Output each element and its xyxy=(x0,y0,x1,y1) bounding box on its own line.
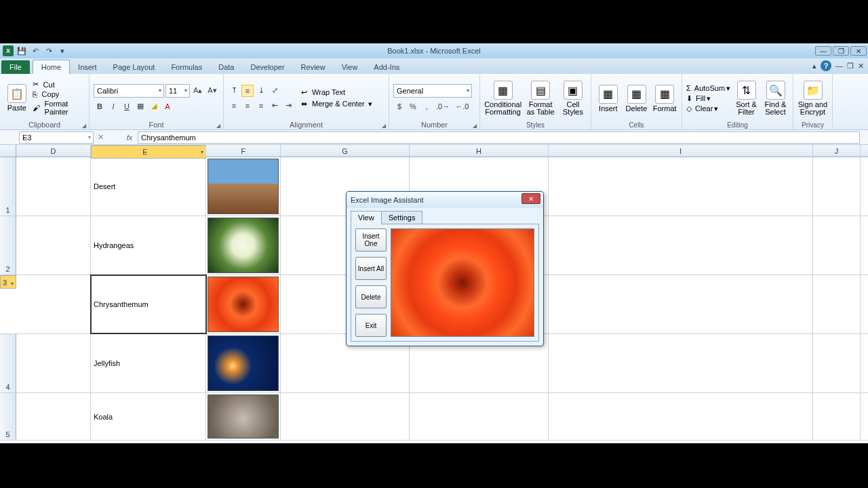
cell-I5[interactable] xyxy=(549,393,813,440)
wb-restore-icon[interactable]: ❐ xyxy=(847,62,854,70)
font-color-button[interactable]: A xyxy=(161,100,174,113)
cell-E5[interactable]: Koala xyxy=(91,393,206,440)
tab-home[interactable]: Home xyxy=(33,60,70,74)
cell-J2[interactable] xyxy=(813,216,861,274)
qat-more-icon[interactable]: ▾ xyxy=(56,45,68,57)
minimize-button[interactable]: — xyxy=(815,46,831,56)
tab-data[interactable]: Data xyxy=(210,60,242,74)
undo-icon[interactable]: ↶ xyxy=(29,45,41,57)
col-header-I[interactable]: I xyxy=(549,145,813,157)
cell-I2[interactable] xyxy=(549,216,813,274)
cell-D2[interactable] xyxy=(16,216,91,274)
format-as-table-button[interactable]: ▤Format as Table xyxy=(524,76,557,121)
cell-F5[interactable] xyxy=(206,393,281,440)
cell-F4[interactable] xyxy=(206,334,281,392)
save-icon[interactable]: 💾 xyxy=(16,45,28,57)
hydrangea-thumbnail[interactable] xyxy=(208,218,279,273)
col-header-E[interactable]: E xyxy=(91,145,206,159)
col-header-J[interactable]: J xyxy=(813,145,861,157)
conditional-formatting-button[interactable]: ▦Conditional Formatting xyxy=(484,76,521,121)
align-bottom-icon[interactable]: ⤓ xyxy=(255,85,267,97)
image-assistant-dialog[interactable]: Excel Image Assistant ✕ View Settings In… xyxy=(346,191,544,346)
orientation-icon[interactable]: ⤢ xyxy=(269,85,281,97)
wb-close-icon[interactable]: ✕ xyxy=(858,62,864,70)
row-header-2[interactable]: 2 xyxy=(0,216,16,274)
align-top-icon[interactable]: ⤒ xyxy=(228,85,240,97)
insert-all-button[interactable]: Insert All xyxy=(355,257,387,280)
desert-thumbnail[interactable] xyxy=(208,159,279,214)
cell-D5[interactable] xyxy=(16,393,91,440)
cell-I3[interactable] xyxy=(549,275,813,333)
copy-icon[interactable]: ⎘ xyxy=(33,90,37,98)
help-icon[interactable]: ? xyxy=(821,60,831,71)
dialog-titlebar[interactable]: Excel Image Assistant ✕ xyxy=(347,192,543,208)
wb-minimize-icon[interactable]: — xyxy=(835,62,843,70)
font-size-select[interactable]: 11 xyxy=(165,84,190,98)
col-header-H[interactable]: H xyxy=(410,145,549,157)
tab-file[interactable]: File xyxy=(1,60,30,74)
delete-cells-button[interactable]: ▦Delete xyxy=(624,76,650,121)
inc-decimal-icon[interactable]: .0→ xyxy=(434,100,452,113)
dialog-close-button[interactable]: ✕ xyxy=(521,193,540,204)
cell-D1[interactable] xyxy=(16,157,91,216)
underline-button[interactable]: U xyxy=(121,100,133,113)
fill-button[interactable]: ⬇ Fill▾ xyxy=(686,94,730,103)
align-right-icon[interactable]: ≡ xyxy=(255,100,267,112)
cell-F3[interactable] xyxy=(206,275,281,333)
dec-decimal-icon[interactable]: ←.0 xyxy=(453,100,471,113)
cell-E1[interactable]: Desert xyxy=(91,157,206,216)
sort-filter-button[interactable]: ⇅Sort & Filter xyxy=(733,76,760,121)
cell-I1[interactable] xyxy=(549,157,813,216)
row-header-1[interactable]: 1 xyxy=(0,157,16,216)
exit-button[interactable]: Exit xyxy=(355,314,387,337)
cell-E2[interactable]: Hydrangeas xyxy=(91,216,206,274)
col-header-D[interactable]: D xyxy=(16,145,91,157)
cancel-icon[interactable]: ✕ xyxy=(98,133,104,142)
find-select-button[interactable]: 🔍Find & Select xyxy=(762,76,789,121)
indent-inc-icon[interactable]: ⇥ xyxy=(282,100,294,112)
align-left-icon[interactable]: ≡ xyxy=(228,100,240,112)
insert-cells-button[interactable]: ▦Insert xyxy=(595,76,621,121)
align-middle-icon[interactable]: ≡ xyxy=(241,85,254,97)
tab-insert[interactable]: Insert xyxy=(70,60,105,74)
italic-button[interactable]: I xyxy=(107,100,119,113)
tab-formulas[interactable]: Formulas xyxy=(163,60,210,74)
select-all-corner[interactable] xyxy=(0,145,16,157)
cell-F2[interactable] xyxy=(206,216,281,274)
cell-J5[interactable] xyxy=(813,393,861,440)
redo-icon[interactable]: ↷ xyxy=(43,45,55,57)
clear-button[interactable]: ◇ Clear▾ xyxy=(686,104,730,113)
number-format-select[interactable]: General xyxy=(393,84,472,98)
comma-icon[interactable]: , xyxy=(420,100,433,113)
sign-encrypt-button[interactable]: 📁Sign and Encrypt xyxy=(797,76,828,121)
cut-icon[interactable]: ✂ xyxy=(33,80,39,89)
align-center-icon[interactable]: ≡ xyxy=(241,100,254,112)
bold-button[interactable]: B xyxy=(94,100,106,113)
delete-button[interactable]: Delete xyxy=(355,285,387,308)
tab-page-layout[interactable]: Page Layout xyxy=(105,60,163,74)
merge-center-button[interactable]: ⬌ Merge & Center ▾ xyxy=(301,100,372,108)
insert-one-button[interactable]: Insert One xyxy=(355,228,387,251)
col-header-F[interactable]: F xyxy=(206,145,281,157)
cell-D4[interactable] xyxy=(16,334,91,392)
tab-developer[interactable]: Developer xyxy=(242,60,292,74)
cell-E3[interactable]: Chrysanthemum xyxy=(91,275,206,333)
row-header-3[interactable]: 3 xyxy=(0,275,16,289)
wrap-text-button[interactable]: ↩ Wrap Text xyxy=(301,88,372,97)
minimize-ribbon-icon[interactable]: ▴ xyxy=(812,62,816,70)
autosum-button[interactable]: Σ AutoSum▾ xyxy=(686,84,730,93)
tab-view[interactable]: View xyxy=(334,60,366,74)
border-button[interactable]: ▦ xyxy=(134,100,146,113)
cell-J3[interactable] xyxy=(813,275,861,333)
format-painter-icon[interactable]: 🖌 xyxy=(33,104,40,112)
paste-button[interactable]: 📋 Paste xyxy=(4,76,30,120)
indent-dec-icon[interactable]: ⇤ xyxy=(269,100,281,112)
name-box[interactable]: E3 xyxy=(19,131,94,144)
currency-icon[interactable]: $ xyxy=(393,100,406,113)
dialog-tab-settings[interactable]: Settings xyxy=(381,211,423,224)
tab-review[interactable]: Review xyxy=(293,60,334,74)
row-header-4[interactable]: 4 xyxy=(0,334,16,392)
cell-H5[interactable] xyxy=(410,393,549,440)
cell-styles-button[interactable]: ▣Cell Styles xyxy=(559,76,587,121)
close-button[interactable]: ✕ xyxy=(850,46,867,56)
